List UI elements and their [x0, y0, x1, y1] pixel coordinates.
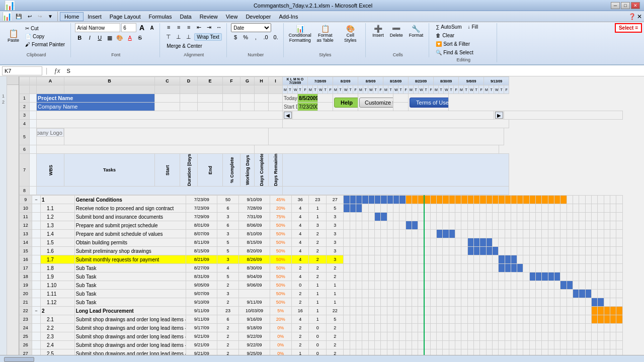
sort-filter-button[interactable]: 🔽 Sort & Filter — [433, 40, 472, 48]
table-row: 111.2Submit bond and insurance documents… — [20, 213, 623, 221]
text-direction-button[interactable]: ↔ — [214, 23, 223, 31]
decrease-font-button[interactable]: A — [147, 24, 156, 32]
menu-review[interactable]: Review — [196, 13, 222, 21]
copy-button[interactable]: 📄 Copy — [23, 33, 67, 40]
start-header: Start — [155, 154, 180, 187]
increase-font-button[interactable]: A — [137, 24, 146, 32]
close-button[interactable]: ✕ — [631, 2, 640, 9]
gantt-week8-header: 9/6/09 — [459, 77, 484, 85]
menu-developer[interactable]: Developer — [242, 13, 275, 21]
formula-bar: │ ƒx — [0, 65, 644, 76]
table-row: 191.10Sub Task9/05/0929/06/0950%011 — [20, 281, 623, 290]
quick-access-more[interactable]: ▼ — [45, 12, 55, 21]
bold-button[interactable]: B — [75, 34, 84, 42]
col-header-A[interactable]: A — [37, 77, 64, 85]
number-format-select[interactable]: Date — [231, 23, 271, 32]
table-row: 4 — [20, 120, 623, 128]
strikethrough-button[interactable]: S — [135, 34, 144, 42]
indent-more-button[interactable]: ⇥ — [204, 23, 213, 31]
clipboard-group: 📋 Paste ✂ Cut 📄 Copy 🖌 Format Painter Cl… — [2, 23, 71, 57]
italic-button[interactable]: I — [85, 34, 94, 42]
terms-button-cell[interactable]: Terms of Use — [409, 94, 449, 111]
indent-less-button[interactable]: ⇤ — [194, 23, 203, 31]
insert-button[interactable]: ➕ Insert — [370, 23, 386, 39]
options-icon[interactable]: ✕ — [637, 13, 642, 20]
font-size-input[interactable] — [121, 23, 136, 32]
customize-button[interactable]: Customize this Form — [359, 98, 393, 108]
horizontal-scrollbar-thumb[interactable] — [4, 357, 34, 362]
col-header-D[interactable]: D — [180, 77, 198, 85]
editing-group: ∑ AutoSum ↓ Fill 🗑 Clear 🔽 Sort & Filter… — [430, 23, 497, 62]
conditional-formatting-button[interactable]: 📊 Conditional Formatting — [288, 23, 312, 44]
autosum-button[interactable]: ∑ AutoSum — [433, 23, 464, 31]
redo-quick-btn[interactable]: ↪ — [35, 12, 44, 21]
font-name-input[interactable] — [75, 23, 120, 32]
outline-2[interactable]: 2 — [2, 100, 5, 105]
bottom-align-button[interactable]: ⊥ — [184, 33, 193, 41]
scroll-right-button[interactable]: ▶ — [495, 112, 503, 119]
comma-button[interactable]: , — [251, 33, 260, 41]
col-header-B[interactable]: B — [64, 77, 155, 85]
align-center-button[interactable]: ≡ — [174, 23, 183, 31]
project-name-cell[interactable]: Project Name — [37, 94, 155, 103]
middle-align-button[interactable]: ⊥ — [174, 33, 183, 41]
table-row: 181.9Sub Task8/31/0959/04/0950%422 — [20, 273, 623, 281]
customize-button-cell[interactable]: Customize this Form — [358, 94, 393, 111]
format-button[interactable]: 🔧 Format — [407, 23, 426, 39]
help-button[interactable]: Help — [334, 98, 358, 108]
col-header-C[interactable]: C — [155, 77, 180, 85]
align-right-button[interactable]: ≡ — [184, 23, 193, 31]
col-header-F[interactable]: F — [223, 77, 240, 85]
fill-button[interactable]: ↓ Fill — [465, 23, 480, 31]
increase-decimal-button[interactable]: .0 — [261, 33, 270, 41]
border-button[interactable]: ▦ — [105, 34, 114, 42]
percent-button[interactable]: % — [241, 33, 250, 41]
underline-button[interactable]: U — [95, 34, 104, 42]
decrease-decimal-button[interactable]: 0. — [271, 33, 280, 41]
corner-cell — [20, 77, 30, 85]
merge-center-button[interactable]: Merge & Center — [164, 42, 205, 50]
scroll-left-button[interactable]: ◀ — [284, 112, 292, 119]
formula-input[interactable] — [64, 66, 642, 75]
cut-button[interactable]: ✂ Cut — [23, 25, 67, 32]
terms-button[interactable]: Terms of Use — [410, 98, 449, 108]
select-indicator: Select = — [619, 25, 638, 31]
help-icon[interactable]: ❓ — [628, 13, 636, 20]
col-header-H[interactable]: H — [255, 77, 269, 85]
menu-home[interactable]: Home — [60, 12, 84, 21]
fx-label: ƒx — [52, 67, 62, 74]
menu-addins[interactable]: Add-Ins — [275, 13, 302, 21]
outline-col-header — [30, 77, 37, 85]
help-button-cell[interactable]: Help — [333, 94, 358, 111]
currency-button[interactable]: $ — [231, 33, 240, 41]
minimize-button[interactable]: ─ — [611, 2, 620, 9]
format-painter-button[interactable]: 🖌 Format Painter — [23, 41, 67, 48]
find-select-button[interactable]: 🔍 Find & Select — [433, 49, 475, 56]
col-header-G[interactable]: G — [240, 77, 255, 85]
fill-color-button[interactable]: 🎨 — [115, 34, 124, 42]
menu-data[interactable]: Data — [176, 13, 195, 21]
clear-button[interactable]: 🗑 Clear — [433, 32, 457, 39]
format-as-table-button[interactable]: 📋 Format as Table — [313, 23, 337, 44]
logo-area: Company Logo Here — [37, 128, 64, 137]
maximize-button[interactable]: □ — [621, 2, 630, 9]
wrap-text-button[interactable]: Wrap Text — [194, 33, 222, 41]
save-quick-btn[interactable]: 💾 — [13, 12, 24, 21]
outline-1[interactable]: 1 — [2, 94, 5, 99]
cell-styles-button[interactable]: 🎨 Cell Styles — [338, 23, 362, 44]
col-header-I[interactable]: I — [269, 77, 283, 85]
menu-insert[interactable]: Insert — [84, 13, 106, 21]
menu-page-layout[interactable]: Page Layout — [106, 13, 145, 21]
menu-formulas[interactable]: Formulas — [145, 13, 176, 21]
align-left-button[interactable]: ≡ — [164, 23, 173, 31]
font-color-button[interactable]: A — [125, 34, 134, 42]
delete-button[interactable]: ➖ Delete — [387, 23, 406, 39]
menu-view[interactable]: View — [222, 13, 242, 21]
name-box[interactable] — [2, 66, 42, 75]
working-days-header: Working Days — [240, 154, 255, 187]
col-header-E[interactable]: E — [198, 77, 223, 85]
company-name-cell[interactable]: Company Name — [37, 103, 155, 111]
undo-quick-btn[interactable]: ↩ — [25, 12, 34, 21]
top-align-button[interactable]: ⊤ — [164, 33, 173, 41]
paste-button[interactable]: 📋 Paste — [5, 23, 22, 49]
